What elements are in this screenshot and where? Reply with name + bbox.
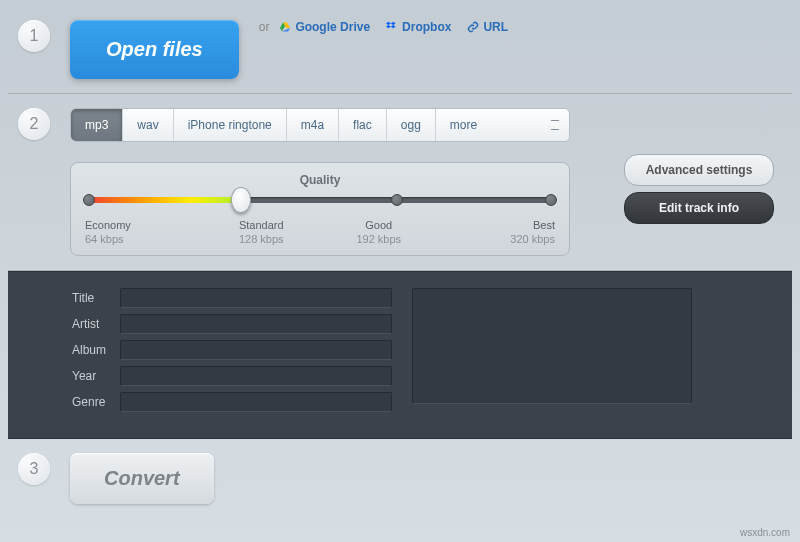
quality-level-best: Best320 kbps xyxy=(438,219,556,245)
quality-labels: Economy64 kbpsStandard128 kbpsGood192 kb… xyxy=(85,219,555,245)
google-drive-link[interactable]: Google Drive xyxy=(279,20,370,34)
field-label-year: Year xyxy=(72,369,120,383)
or-label: or xyxy=(259,20,270,34)
slider-thumb[interactable] xyxy=(231,187,251,213)
slider-tick-economy[interactable] xyxy=(83,194,95,206)
quality-level-economy: Economy64 kbps xyxy=(85,219,203,245)
slider-tick-good[interactable] xyxy=(391,194,403,206)
open-files-button[interactable]: Open files xyxy=(70,20,239,79)
dropbox-icon xyxy=(386,21,398,33)
field-row-genre: Genre xyxy=(72,392,392,412)
dropbox-label: Dropbox xyxy=(402,20,451,34)
step-number-3: 3 xyxy=(18,453,50,485)
advanced-settings-button[interactable]: Advanced settings xyxy=(624,154,774,186)
field-input-genre[interactable] xyxy=(120,392,392,412)
field-row-album: Album xyxy=(72,340,392,360)
format-tabs: mp3waviPhone ringtonem4aflacoggmore xyxy=(70,108,570,142)
field-label-artist: Artist xyxy=(72,317,120,331)
link-icon xyxy=(467,21,479,33)
format-tab-wav[interactable]: wav xyxy=(123,109,173,141)
dropbox-link[interactable]: Dropbox xyxy=(386,20,451,34)
field-row-title: Title xyxy=(72,288,392,308)
quality-level-standard: Standard128 kbps xyxy=(203,219,321,245)
convert-button[interactable]: Convert xyxy=(70,453,214,504)
step-2: 2 mp3waviPhone ringtonem4aflacoggmore Qu… xyxy=(8,94,792,271)
field-input-title[interactable] xyxy=(120,288,392,308)
field-row-year: Year xyxy=(72,366,392,386)
edit-track-info-button[interactable]: Edit track info xyxy=(624,192,774,224)
field-input-artist[interactable] xyxy=(120,314,392,334)
album-art-field[interactable] xyxy=(412,288,692,404)
format-tab-flac[interactable]: flac xyxy=(339,109,387,141)
url-link[interactable]: URL xyxy=(467,20,508,34)
field-label-genre: Genre xyxy=(72,395,120,409)
watermark: wsxdn.com xyxy=(740,527,790,538)
field-label-album: Album xyxy=(72,343,120,357)
step-number-2: 2 xyxy=(18,108,50,140)
quality-slider[interactable] xyxy=(89,195,551,205)
google-drive-label: Google Drive xyxy=(295,20,370,34)
url-label: URL xyxy=(483,20,508,34)
track-info-panel: TitleArtistAlbumYearGenre xyxy=(8,271,792,439)
field-input-album[interactable] xyxy=(120,340,392,360)
format-tab-mp3[interactable]: mp3 xyxy=(71,109,123,141)
field-label-title: Title xyxy=(72,291,120,305)
step-number-1: 1 xyxy=(18,20,50,52)
quality-level-good: Good192 kbps xyxy=(320,219,438,245)
step-1: 1 Open files or Google Drive Dropbox UR xyxy=(8,6,792,94)
step-3: 3 Convert xyxy=(8,439,792,518)
field-input-year[interactable] xyxy=(120,366,392,386)
format-tab-iphone-ringtone[interactable]: iPhone ringtone xyxy=(174,109,287,141)
google-drive-icon xyxy=(279,21,291,33)
format-tab-more[interactable]: more xyxy=(436,109,569,141)
source-links: or Google Drive Dropbox URL xyxy=(257,20,516,34)
quality-title: Quality xyxy=(85,173,555,187)
format-tab-ogg[interactable]: ogg xyxy=(387,109,436,141)
quality-panel: Quality Economy64 kbpsStandard128 kbpsGo… xyxy=(70,162,570,256)
field-row-artist: Artist xyxy=(72,314,392,334)
format-tab-m4a[interactable]: m4a xyxy=(287,109,339,141)
slider-tick-best[interactable] xyxy=(545,194,557,206)
